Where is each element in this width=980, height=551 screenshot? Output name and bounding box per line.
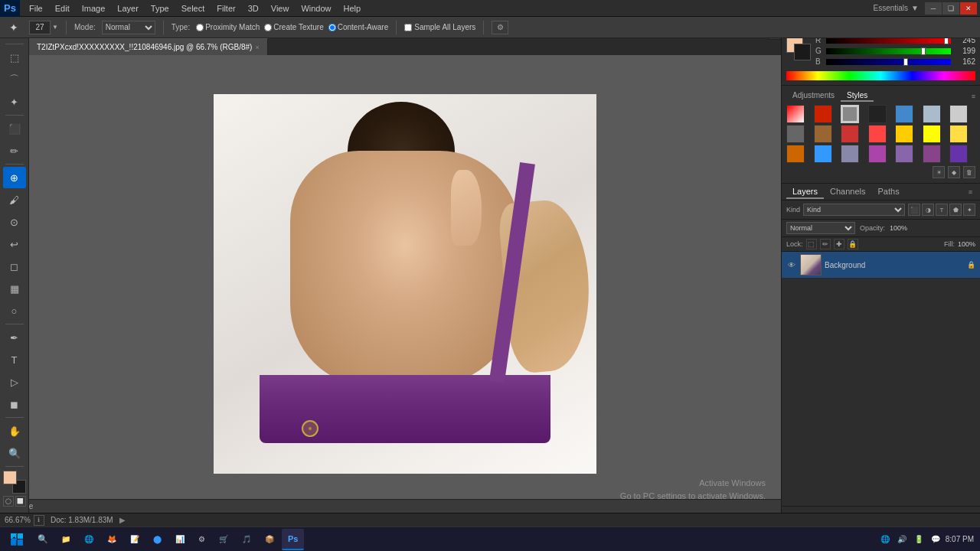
- doc-tab[interactable]: T2IZtPXcxd!XXXXXXXXX_!!210846946.jpg @ 6…: [29, 38, 268, 55]
- menu-view[interactable]: View: [265, 2, 296, 15]
- menu-filter[interactable]: Filter: [211, 2, 241, 15]
- lasso-tool[interactable]: ⌒: [3, 69, 26, 90]
- gradient-tool[interactable]: ▦: [3, 278, 26, 299]
- shape-filter-btn[interactable]: ⬟: [949, 204, 962, 216]
- proximity-match-option[interactable]: Proximity Match: [196, 23, 260, 31]
- style-swatch-12[interactable]: [895, 125, 913, 143]
- g-slider-thumb[interactable]: [921, 47, 926, 55]
- marquee-tool[interactable]: ⬚: [3, 47, 26, 68]
- taskbar-photoshop[interactable]: Ps: [282, 529, 304, 550]
- style-swatch-4[interactable]: [868, 105, 887, 123]
- type-filter-btn[interactable]: T: [936, 204, 948, 216]
- eyedropper-tool[interactable]: ✏: [3, 140, 26, 161]
- style-swatch-21[interactable]: [949, 145, 968, 163]
- window-close[interactable]: ✕: [960, 2, 977, 15]
- window-restore[interactable]: ❑: [942, 2, 959, 15]
- hand-tool[interactable]: ✋: [3, 420, 26, 442]
- quick-mask-btn[interactable]: ◯: [3, 496, 14, 507]
- adjustments-tab[interactable]: Adjustments: [786, 90, 841, 102]
- lock-transparent-btn[interactable]: ⬚: [806, 239, 817, 249]
- background-color-swatch[interactable]: [794, 44, 811, 60]
- channels-tab[interactable]: Channels: [824, 185, 871, 199]
- pen-tool[interactable]: ✒: [3, 327, 26, 348]
- blend-mode-select[interactable]: Normal: [786, 222, 855, 234]
- brush-arrow[interactable]: ▼: [52, 24, 58, 31]
- layer-item-background[interactable]: 👁 Background 🔒: [782, 252, 980, 279]
- style-swatch-16[interactable]: [814, 145, 832, 163]
- eraser-tool[interactable]: ◻: [3, 256, 26, 277]
- path-select-tool[interactable]: ▷: [3, 371, 26, 393]
- taskbar-settings[interactable]: ⚙: [192, 529, 211, 550]
- sample-all-layers-checkbox[interactable]: Sample All Layers: [404, 23, 475, 31]
- color-spectrum[interactable]: [786, 71, 975, 80]
- style-swatch-13[interactable]: [923, 125, 941, 143]
- style-swatch-15[interactable]: [786, 145, 805, 163]
- lock-pixels-btn[interactable]: ✏: [820, 239, 831, 249]
- kind-select[interactable]: Kind: [803, 204, 905, 216]
- taskbar-pkg[interactable]: 📦: [259, 529, 280, 550]
- crop-tool[interactable]: ⬛: [3, 118, 26, 139]
- menu-type[interactable]: Type: [145, 2, 175, 15]
- start-btn[interactable]: [3, 529, 31, 550]
- styles-adjust-2[interactable]: ◆: [948, 166, 960, 178]
- b-channel-slider[interactable]: [826, 59, 951, 65]
- workspace-arrow[interactable]: ▼: [911, 4, 919, 12]
- tray-battery[interactable]: 🔋: [912, 533, 926, 546]
- menu-file[interactable]: File: [23, 2, 49, 15]
- taskbar-app1[interactable]: ⬤: [147, 529, 168, 550]
- menu-help[interactable]: Help: [338, 2, 368, 15]
- style-swatch-17[interactable]: [841, 145, 859, 163]
- tab-close-btn[interactable]: ×: [255, 44, 259, 51]
- taskbar-browser[interactable]: 🌐: [78, 529, 100, 550]
- paths-tab[interactable]: Paths: [872, 185, 906, 199]
- change-screen-btn[interactable]: ⬜: [15, 496, 26, 507]
- mode-select[interactable]: Normal: [102, 21, 155, 34]
- style-swatch-1[interactable]: [786, 105, 805, 123]
- taskbar-firefox[interactable]: 🦊: [101, 529, 122, 550]
- style-swatch-3[interactable]: [841, 105, 859, 123]
- adjust-filter-btn[interactable]: ◑: [922, 204, 934, 216]
- layer-visibility-btn[interactable]: 👁: [786, 259, 797, 270]
- timeline-bar[interactable]: Timeline: [0, 499, 781, 513]
- canvas-area[interactable]: [29, 55, 781, 513]
- taskbar-files[interactable]: 📁: [55, 529, 77, 550]
- menu-select[interactable]: Select: [175, 2, 211, 15]
- smart-filter-btn[interactable]: ✦: [963, 204, 975, 216]
- tray-notif[interactable]: 💬: [929, 533, 942, 546]
- menu-3d[interactable]: 3D: [242, 2, 265, 15]
- create-texture-option[interactable]: Create Texture: [264, 23, 323, 31]
- layers-panel-menu[interactable]: ≡: [965, 188, 975, 196]
- zoom-info-btn[interactable]: ℹ: [34, 515, 44, 526]
- menu-image[interactable]: Image: [76, 2, 112, 15]
- style-swatch-9[interactable]: [814, 125, 832, 143]
- g-channel-slider[interactable]: [826, 48, 951, 54]
- style-swatch-2[interactable]: [814, 105, 832, 123]
- styles-adjust-1[interactable]: ☀: [933, 166, 945, 178]
- heal-tool active[interactable]: ⊕: [3, 167, 26, 188]
- layers-tab[interactable]: Layers: [786, 185, 824, 199]
- color-swatch-stack[interactable]: [786, 36, 811, 60]
- taskbar-notepad[interactable]: 📝: [124, 529, 145, 550]
- menu-edit[interactable]: Edit: [49, 2, 76, 15]
- lock-position-btn[interactable]: ✚: [834, 239, 844, 249]
- style-swatch-18[interactable]: [868, 145, 887, 163]
- menu-window[interactable]: Window: [295, 2, 337, 15]
- styles-panel-menu[interactable]: ≡: [972, 93, 975, 100]
- color-picker-area[interactable]: [3, 471, 26, 494]
- text-tool[interactable]: T: [3, 349, 26, 370]
- clone-stamp-tool[interactable]: ⊙: [3, 211, 26, 233]
- content-aware-option[interactable]: Content-Aware: [328, 23, 389, 31]
- style-swatch-7[interactable]: [949, 105, 968, 123]
- brush-tool[interactable]: 🖌: [3, 189, 26, 210]
- b-slider-thumb[interactable]: [903, 58, 908, 66]
- pixel-filter-btn[interactable]: ⬛: [908, 204, 920, 216]
- window-minimize[interactable]: ─: [925, 2, 942, 15]
- style-swatch-10[interactable]: [841, 125, 859, 143]
- style-swatch-11[interactable]: [868, 125, 887, 143]
- lock-all-btn[interactable]: 🔒: [848, 239, 858, 249]
- tray-sound[interactable]: 🔊: [895, 533, 909, 546]
- style-swatch-5[interactable]: [895, 105, 913, 123]
- styles-adjust-3[interactable]: 🗑: [963, 166, 975, 178]
- wand-tool[interactable]: ✦: [3, 91, 26, 112]
- dodge-tool[interactable]: ○: [3, 300, 26, 321]
